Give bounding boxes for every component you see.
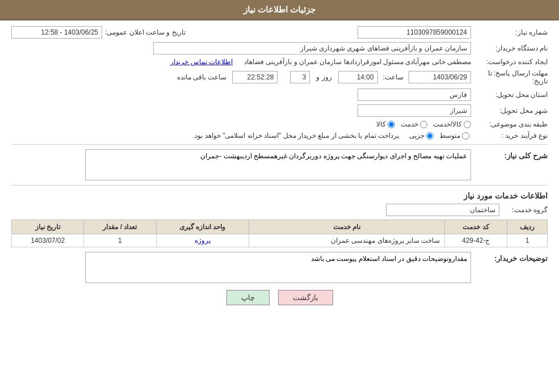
separator-2 — [11, 185, 548, 186]
table-cell: 1403/07/02 — [12, 234, 84, 247]
buttons-row: بازگشت چاپ — [11, 290, 548, 305]
col-kod: کد خدمت — [445, 220, 507, 234]
services-table-section: ردیف کد خدمت نام خدمت واحد اندازه گیری ت… — [11, 220, 548, 247]
mohlat-rooz-input[interactable]: 3 — [290, 71, 310, 83]
noe-frayand-row: نوع فرآیند خرید : متوسط جزیی پرداخت تمام… — [11, 132, 548, 140]
tarikh-label: تاریخ و ساعت اعلان عمومی: — [105, 28, 186, 36]
shomare-niaz-label: شماره نیاز: — [474, 28, 548, 36]
print-button[interactable]: چاپ — [226, 290, 270, 305]
noe-frayand-label: نوع فرآیند خرید : — [474, 132, 548, 140]
radio-kala[interactable] — [388, 121, 395, 128]
shahr-input[interactable]: شیراز — [358, 104, 471, 117]
radio-kala-label: کالا — [376, 120, 386, 128]
separator-1 — [11, 144, 548, 145]
radio-kala-khadamat-label: کالا/خدمت — [433, 120, 462, 128]
nam-dastgah-row: نام دستگاه خریدار: سازمان عمران و بازآفر… — [11, 42, 548, 54]
shomare-niaz-input[interactable]: 1103097859000124 — [358, 26, 471, 39]
shomare-niaz-row: شماره نیاز: 1103097859000124 تاریخ و ساع… — [11, 26, 548, 39]
table-row: 1ج-42-429ساخت سایر پروژه‌های مهندسی عمرا… — [12, 234, 548, 247]
radio-khadamat-label: خدمت — [401, 120, 418, 128]
table-cell: پروژه — [156, 234, 249, 247]
tawzih-row: توضیحات خریدار: مقداروتوضیحات دقیق در اس… — [11, 252, 548, 283]
ostan-input[interactable]: فارس — [358, 88, 471, 101]
page-wrapper: جزئیات اطلاعات نیاز شماره نیاز: 11030978… — [0, 0, 559, 392]
group-khadamat-input[interactable]: ساختمان — [386, 204, 499, 216]
mohlat-label: مهلت ارسال پاسخ: تا تاریخ: — [474, 69, 548, 85]
service-info-title: اطلاعات خدمات مورد نیاز — [11, 191, 548, 200]
ijad-konande-label: ایجاد کننده درخواست: — [474, 58, 548, 66]
col-vahed: واحد اندازه گیری — [156, 220, 249, 234]
tabaqe-radio-group: کالا/خدمت خدمت کالا — [376, 120, 471, 128]
mohlat-saat-input[interactable]: 14:00 — [338, 71, 378, 83]
tawzih-label: توضیحات خریدار: — [474, 252, 548, 263]
shahr-row: شهر محل تحویل: شیراز — [11, 104, 548, 117]
content-area: شماره نیاز: 1103097859000124 تاریخ و ساع… — [0, 20, 559, 317]
nam-dastgah-label: نام دستگاه خریدار: — [474, 44, 548, 52]
sharh-kolli-textarea[interactable]: عملیات تهیه مصالح و اجرای دیوارسنگی جهت … — [85, 149, 471, 180]
radio-jozyi-item: جزیی — [409, 132, 434, 140]
sharh-kolli-row: شرح کلی نیاز: عملیات تهیه مصالح و اجرای … — [11, 149, 548, 180]
table-header-row: ردیف کد خدمت نام خدمت واحد اندازه گیری ت… — [12, 220, 548, 234]
col-radif: ردیف — [507, 220, 547, 234]
table-body: 1ج-42-429ساخت سایر پروژه‌های مهندسی عمرا… — [12, 234, 548, 247]
radio-kala-item: کالا — [376, 120, 395, 128]
mohlat-date-input[interactable]: 1403/06/29 — [409, 71, 471, 83]
radio-kala-khadamat-item: کالا/خدمت — [433, 120, 471, 128]
back-button[interactable]: بازگشت — [278, 290, 333, 305]
radio-jozyi-label: جزیی — [409, 132, 424, 140]
col-tarikh: تاریخ نیاز — [12, 220, 84, 234]
col-name: نام خدمت — [249, 220, 445, 234]
radio-jozyi[interactable] — [426, 132, 434, 140]
group-khadamat-label: گروه خدمت: — [502, 206, 548, 214]
services-table: ردیف کد خدمت نام خدمت واحد اندازه گیری ت… — [11, 220, 548, 247]
ostan-row: استان محل تحویل: فارس — [11, 88, 548, 101]
radio-kala-khadamat[interactable] — [464, 121, 471, 128]
table-cell: ج-42-429 — [445, 234, 507, 247]
mohlat-rooz-label: روز و — [316, 73, 331, 81]
ostan-label: استان محل تحویل: — [474, 91, 548, 99]
page-title: جزئیات اطلاعات نیاز — [243, 5, 316, 14]
mohlat-countdown-input[interactable]: 22:52:28 — [232, 71, 278, 83]
group-khadamat-row: گروه خدمت: ساختمان — [11, 204, 548, 216]
purchase-text: پرداخت تمام یا بخشی از مبلغ خریداز محل "… — [193, 132, 399, 140]
mohlat-countdown-text: ساعت باقی مانده — [177, 73, 227, 81]
tabaqe-label: طبقه بندی موضوعی: — [474, 120, 548, 128]
radio-khadamat-item: خدمت — [401, 120, 427, 128]
ijad-konande-name: مصطفی خانی مهرآبادی مسئول امورقراردادها … — [244, 58, 471, 66]
mohlat-saat-label: ساعت: — [383, 73, 404, 81]
table-cell: 1 — [507, 234, 547, 247]
table-cell: ساخت سایر پروژه‌های مهندسی عمران — [249, 234, 445, 247]
radio-motevaset-item: متوسط — [439, 132, 469, 140]
table-header: ردیف کد خدمت نام خدمت واحد اندازه گیری ت… — [12, 220, 548, 234]
shahr-label: شهر محل تحویل: — [474, 107, 548, 115]
ijad-konande-row: ایجاد کننده درخواست: مصطفی خانی مهرآبادی… — [11, 58, 548, 66]
radio-motevaset-label: متوسط — [439, 132, 460, 140]
table-cell: 1 — [84, 234, 156, 247]
mohlat-row: مهلت ارسال پاسخ: تا تاریخ: 1403/06/29 سا… — [11, 69, 548, 85]
sharh-kolli-label: شرح کلی نیاز: — [474, 149, 548, 160]
radio-khadamat[interactable] — [420, 121, 427, 128]
radio-motevaset[interactable] — [462, 132, 469, 140]
col-tedad: تعداد / مقدار — [84, 220, 156, 234]
nam-dastgah-input[interactable]: سازمان عمران و بازآفرینی فضاهای شهری شهر… — [153, 42, 471, 54]
tawzih-textarea[interactable]: مقداروتوضیحات دقیق در اسناد استعلام پیوس… — [85, 252, 471, 283]
tabaqe-row: طبقه بندی موضوعی: کالا/خدمت خدمت کالا — [11, 120, 548, 128]
noe-frayand-radio-group: متوسط جزیی — [409, 132, 469, 140]
tarikh-input[interactable]: 1403/06/25 - 12:58 — [11, 26, 102, 39]
contact-link[interactable]: اطلاعات تماس خریدار — [170, 58, 233, 66]
page-header: جزئیات اطلاعات نیاز — [0, 0, 559, 20]
